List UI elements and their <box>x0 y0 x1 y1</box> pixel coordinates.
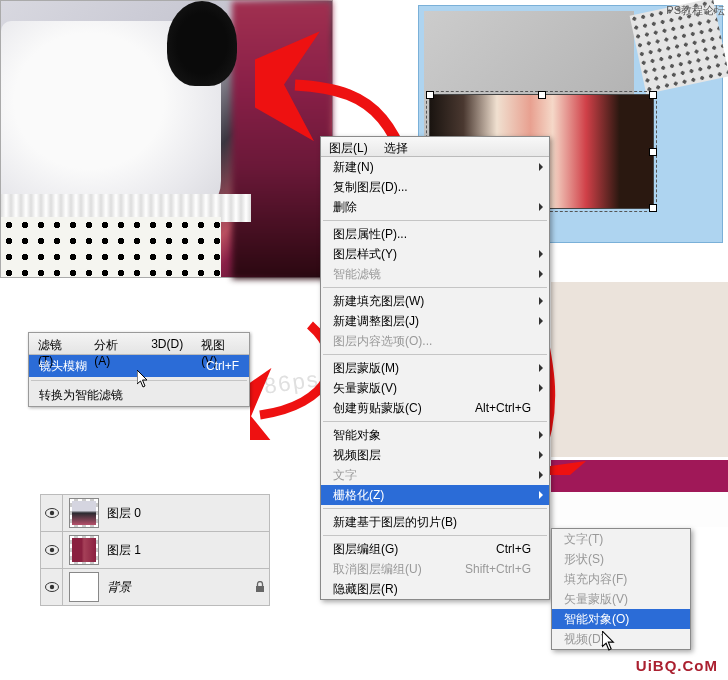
watermark-mid: 86ps <box>262 366 321 400</box>
menu-item[interactable]: 新建调整图层(J) <box>321 311 549 331</box>
menu-item-label: 图层蒙版(M) <box>333 360 399 377</box>
submenu-arrow-icon <box>539 250 543 258</box>
separator <box>323 220 547 221</box>
menu-item-label: 新建填充图层(W) <box>333 293 424 310</box>
menubar-select[interactable]: 选择 <box>376 137 416 156</box>
menu-item[interactable]: 新建基于图层的切片(B) <box>321 512 549 532</box>
watermark-top: PS教程论坛 <box>666 3 725 18</box>
submenu-arrow-icon <box>539 297 543 305</box>
menu-item[interactable]: 图层编组(G)Ctrl+G <box>321 539 549 559</box>
svg-point-5 <box>49 585 53 589</box>
menu-item-label: 隐藏图层(R) <box>333 581 398 598</box>
separator <box>323 508 547 509</box>
menu-item: 取消图层编组(U)Shift+Ctrl+G <box>321 559 549 579</box>
svg-rect-6 <box>256 586 264 592</box>
menu-item-label: 栅格化(Z) <box>333 487 384 504</box>
submenu-arrow-icon <box>539 203 543 211</box>
submenu-arrow-icon <box>539 317 543 325</box>
layer-row[interactable]: 图层 0 <box>40 494 270 532</box>
svg-point-3 <box>49 548 53 552</box>
menu-item-label: 智能对象 <box>333 427 381 444</box>
menu-item-shortcut: Alt+Ctrl+G <box>475 401 531 415</box>
menu-item[interactable]: 视频图层 <box>321 445 549 465</box>
transform-handle-tr[interactable] <box>649 91 657 99</box>
menu-item: 智能滤镜 <box>321 264 549 284</box>
submenu-arrow-icon <box>539 384 543 392</box>
menu-item-label: 新建(N) <box>333 159 374 176</box>
submenu-item: 矢量蒙版(V) <box>552 589 690 609</box>
menu-item-label: 视频图层 <box>333 447 381 464</box>
lock-icon <box>251 581 269 593</box>
menu-item-label: 创建剪贴蒙版(C) <box>333 400 422 417</box>
menu-item[interactable]: 图层样式(Y) <box>321 244 549 264</box>
submenu-item: 形状(S) <box>552 549 690 569</box>
menu-item[interactable]: 栅格化(Z) <box>321 485 549 505</box>
filter-menubar: 滤镜(T) 分析(A) 3D(D) 视图(V) <box>29 333 249 355</box>
menu-item: 文字 <box>321 465 549 485</box>
menu-lens-blur-label: 镜头模糊 <box>39 358 87 375</box>
submenu-arrow-icon <box>539 471 543 479</box>
layer-thumbnail[interactable] <box>69 535 99 565</box>
menubar-analyze[interactable]: 分析(A) <box>85 333 142 354</box>
layer-row[interactable]: 图层 1 <box>40 531 270 569</box>
watermark-bottom: UiBQ.CoM <box>636 657 718 674</box>
submenu-arrow-icon <box>539 451 543 459</box>
layers-panel: 图层 0图层 1背景 <box>40 494 270 605</box>
layer-thumbnail[interactable] <box>69 572 99 602</box>
menu-item[interactable]: 隐藏图层(R) <box>321 579 549 599</box>
menu-item[interactable]: 智能对象 <box>321 425 549 445</box>
menu-item[interactable]: 图层属性(P)... <box>321 224 549 244</box>
visibility-eye-icon[interactable] <box>41 495 63 531</box>
transform-handle-br[interactable] <box>649 204 657 212</box>
layer-thumbnail[interactable] <box>69 498 99 528</box>
menu-item[interactable]: 创建剪贴蒙版(C)Alt+Ctrl+G <box>321 398 549 418</box>
bg-stripe-skin <box>551 282 728 457</box>
transform-handle-tc[interactable] <box>538 91 546 99</box>
menu-item-label: 图层编组(G) <box>333 541 398 558</box>
separator <box>323 421 547 422</box>
main-image <box>0 0 333 278</box>
transform-handle-tl[interactable] <box>426 91 434 99</box>
submenu-item: 文字(T) <box>552 529 690 549</box>
cursor-icon-2 <box>602 631 618 651</box>
transform-handle-mr[interactable] <box>649 148 657 156</box>
submenu-item-label: 矢量蒙版(V) <box>564 591 628 608</box>
menu-item-label: 新建基于图层的切片(B) <box>333 514 457 531</box>
separator <box>323 535 547 536</box>
bg-stripe-white <box>551 492 728 527</box>
submenu-arrow-icon <box>539 270 543 278</box>
menubar-view[interactable]: 视图(V) <box>192 333 249 354</box>
submenu-item-label: 填充内容(F) <box>564 571 627 588</box>
cursor-icon <box>137 370 151 388</box>
menu-item-shortcut: Shift+Ctrl+G <box>465 562 531 576</box>
layer-menu: 图层(L) 选择 新建(N)复制图层(D)...删除图层属性(P)...图层样式… <box>320 136 550 600</box>
submenu-item-label: 形状(S) <box>564 551 604 568</box>
submenu-item: 填充内容(F) <box>552 569 690 589</box>
submenu-arrow-icon <box>539 431 543 439</box>
menu-item[interactable]: 删除 <box>321 197 549 217</box>
rasterize-submenu: 文字(T)形状(S)填充内容(F)矢量蒙版(V)智能对象(O)视频(D) <box>551 528 691 650</box>
svg-point-1 <box>49 511 53 515</box>
menubar-filter[interactable]: 滤镜(T) <box>29 333 85 354</box>
menu-lens-blur-shortcut: Ctrl+F <box>206 359 239 373</box>
menubar-layer[interactable]: 图层(L) <box>321 137 376 156</box>
layer-name-label: 图层 0 <box>105 505 269 522</box>
visibility-eye-icon[interactable] <box>41 532 63 568</box>
menu-item[interactable]: 新建(N) <box>321 157 549 177</box>
submenu-item[interactable]: 智能对象(O) <box>552 609 690 629</box>
menubar-3d[interactable]: 3D(D) <box>142 333 192 354</box>
menu-item[interactable]: 新建填充图层(W) <box>321 291 549 311</box>
menu-item-label: 图层内容选项(O)... <box>333 333 432 350</box>
separator <box>323 287 547 288</box>
menu-item-label: 矢量蒙版(V) <box>333 380 397 397</box>
layer-name-label: 背景 <box>105 579 251 596</box>
menu-item: 图层内容选项(O)... <box>321 331 549 351</box>
menu-item[interactable]: 矢量蒙版(V) <box>321 378 549 398</box>
visibility-eye-icon[interactable] <box>41 569 63 605</box>
menu-item[interactable]: 复制图层(D)... <box>321 177 549 197</box>
layer-menubar: 图层(L) 选择 <box>321 137 549 157</box>
menu-item[interactable]: 图层蒙版(M) <box>321 358 549 378</box>
layer-row[interactable]: 背景 <box>40 568 270 606</box>
menu-item-label: 删除 <box>333 199 357 216</box>
menu-item-label: 智能滤镜 <box>333 266 381 283</box>
